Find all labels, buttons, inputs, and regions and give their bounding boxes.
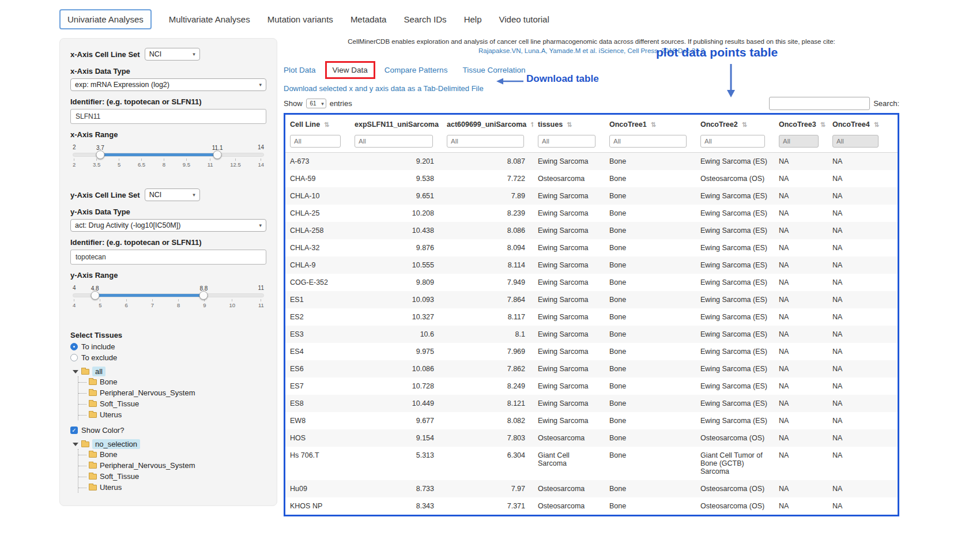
tree-item-peripheral-nervous-system[interactable]: Peripheral_Nervous_System	[78, 387, 266, 398]
plot-data-points-table-wrap: Cell Line⇅expSLFN11_uniSarcoma⇅act609699…	[284, 113, 899, 516]
nav-tab-mutation-variants[interactable]: Mutation variants	[267, 10, 333, 29]
table-cell: Osteosarcoma (OS)	[696, 497, 774, 515]
tree-item-soft-tissue[interactable]: Soft_Tissue	[78, 471, 266, 482]
table-cell: ES2	[285, 308, 350, 326]
column-header-expslfn11-unisarcoma[interactable]: expSLFN11_uniSarcoma⇅	[350, 115, 442, 133]
column-header-oncotree4[interactable]: OncoTree4⇅	[828, 115, 898, 133]
nav-tab-video-tutorial[interactable]: Video tutorial	[499, 10, 549, 29]
tree-item-peripheral-nervous-system[interactable]: Peripheral_Nervous_System	[78, 460, 266, 471]
tab-plot-data[interactable]: Plot Data	[284, 66, 316, 74]
tree-item-bone[interactable]: Bone	[78, 376, 266, 387]
radio-to-include[interactable]: To include	[70, 342, 266, 351]
y-range-slider[interactable]: 4 11 4.8 8.8 4567891011	[73, 293, 264, 308]
nav-tab-metadata[interactable]: Metadata	[350, 10, 387, 29]
table-search-input[interactable]	[769, 97, 870, 110]
table-cell: NA	[774, 274, 828, 291]
tree-item-uterus[interactable]: Uterus	[78, 409, 266, 420]
sort-icon[interactable]: ⇅	[874, 121, 879, 128]
download-tab-delimited-link[interactable]: Download selected x and y axis data as a…	[284, 84, 484, 93]
tree-item-uterus[interactable]: Uterus	[78, 482, 266, 493]
filter-input-expslfn11-unisarcoma[interactable]	[355, 135, 433, 148]
radio-to-exclude[interactable]: To exclude	[70, 353, 266, 362]
slider-handle-high[interactable]	[199, 291, 208, 300]
nav-tab-univariate-analyses[interactable]: Univariate Analyses	[59, 9, 152, 29]
table-row[interactable]: CHLA-329.8768.094Ewing SarcomaBoneEwing …	[285, 239, 898, 256]
slider-track[interactable]: 3.7 11.1	[73, 153, 264, 157]
table-row[interactable]: EW89.6778.082Ewing SarcomaBoneEwing Sarc…	[285, 412, 898, 429]
table-row[interactable]: KHOS NP8.3437.371OsteosarcomaBoneOsteosa…	[285, 497, 898, 515]
table-row[interactable]: ES610.0867.862Ewing SarcomaBoneEwing Sar…	[285, 360, 898, 378]
top-nav: Univariate AnalysesMultivariate Analyses…	[59, 9, 549, 29]
table-row[interactable]: ES49.9757.969Ewing SarcomaBoneEwing Sarc…	[285, 343, 898, 360]
slider-handle-low[interactable]	[91, 291, 99, 300]
folder-icon	[81, 441, 89, 447]
x-data-type-select[interactable]: exp: mRNA Expression (log2) ▾	[70, 78, 266, 91]
tree-root-label[interactable]: all	[92, 367, 105, 376]
nav-tab-search-ids[interactable]: Search IDs	[404, 10, 446, 29]
table-row[interactable]: CHA-599.5387.722OsteosarcomaBoneOsteosar…	[285, 170, 898, 187]
folder-icon	[89, 401, 97, 407]
table-cell: Osteosarcoma	[533, 170, 605, 187]
show-color-checkbox-row[interactable]: ✓ Show Color?	[70, 426, 266, 435]
citation-reference-link[interactable]: Rajapakse.VN, Luna.A, Yamade.M et al. iS…	[284, 46, 899, 55]
column-header-oncotree1[interactable]: OncoTree1⇅	[605, 115, 696, 133]
table-row[interactable]: ES810.4498.121Ewing SarcomaBoneEwing Sar…	[285, 395, 898, 412]
sort-icon[interactable]: ⇅	[651, 121, 656, 128]
checkbox-checked-icon[interactable]: ✓	[70, 427, 78, 434]
tree-root-no-selection[interactable]: no_selection	[73, 439, 266, 449]
slider-handle-high[interactable]	[213, 150, 222, 159]
x-identifier-input[interactable]	[70, 109, 266, 124]
tree-root-all[interactable]: all	[73, 367, 266, 376]
tree-item-soft-tissue[interactable]: Soft_Tissue	[78, 398, 266, 409]
filter-input-oncotree1[interactable]	[609, 135, 687, 148]
tab-compare-patterns[interactable]: Compare Patterns	[385, 66, 448, 74]
table-cell: NA	[828, 205, 898, 222]
table-row[interactable]: ES710.7288.249Ewing SarcomaBoneEwing Sar…	[285, 378, 898, 395]
entries-select[interactable]: 61 ▾	[306, 99, 326, 108]
table-row[interactable]: CHLA-910.5558.114Ewing SarcomaBoneEwing …	[285, 256, 898, 274]
table-row[interactable]: Hu098.7337.97OsteosarcomaBoneOsteosarcom…	[285, 480, 898, 497]
column-header-cell-line[interactable]: Cell Line⇅	[285, 115, 350, 133]
tab-view-data[interactable]: View Data	[325, 61, 375, 79]
sort-icon[interactable]: ⇅	[742, 121, 747, 128]
column-header-act609699-unisarcoma[interactable]: act609699_uniSarcoma⇅	[442, 115, 533, 133]
column-header-oncotree3[interactable]: OncoTree3⇅	[774, 115, 828, 133]
filter-input-oncotree3[interactable]	[779, 135, 819, 148]
x-cell-line-set-select[interactable]: NCI ▾	[145, 48, 200, 61]
table-row[interactable]: CHLA-25810.4388.086Ewing SarcomaBoneEwin…	[285, 222, 898, 239]
slider-handle-low[interactable]	[96, 150, 104, 159]
nav-tab-multivariate-analyses[interactable]: Multivariate Analyses	[169, 10, 250, 29]
sort-icon[interactable]: ⇅	[567, 121, 572, 128]
table-row[interactable]: CHLA-109.6517.89Ewing SarcomaBoneEwing S…	[285, 187, 898, 205]
filter-input-oncotree4[interactable]	[832, 135, 879, 148]
table-row[interactable]: ES310.68.1Ewing SarcomaBoneEwing Sarcoma…	[285, 326, 898, 343]
table-row[interactable]: COG-E-3529.8097.949Ewing SarcomaBoneEwin…	[285, 274, 898, 291]
filter-input-act609699-unisarcoma[interactable]	[447, 135, 524, 148]
filter-input-cell-line[interactable]	[290, 135, 341, 148]
sort-icon[interactable]: ⇅	[530, 121, 533, 128]
column-header-tissues[interactable]: tissues⇅	[533, 115, 605, 133]
y-identifier-input[interactable]	[70, 250, 266, 265]
tree-caret-icon[interactable]	[73, 443, 78, 446]
nav-tab-help[interactable]: Help	[464, 10, 482, 29]
table-row[interactable]: ES110.0937.864Ewing SarcomaBoneEwing Sar…	[285, 291, 898, 308]
sort-icon[interactable]: ⇅	[820, 121, 826, 128]
table-row[interactable]: HOS9.1547.803OsteosarcomaBoneOsteosarcom…	[285, 429, 898, 447]
sort-icon[interactable]: ⇅	[324, 121, 329, 128]
tree-caret-icon[interactable]	[73, 370, 78, 373]
filter-input-tissues[interactable]	[538, 135, 595, 148]
tab-tissue-correlation[interactable]: Tissue Correlation	[462, 66, 525, 74]
table-row[interactable]: A-6739.2018.087Ewing SarcomaBoneEwing Sa…	[285, 153, 898, 171]
filter-input-oncotree2[interactable]	[700, 135, 765, 148]
x-range-max: 14	[258, 144, 264, 150]
slider-track[interactable]: 4.8 8.8	[73, 293, 264, 297]
table-row[interactable]: CHLA-2510.2088.239Ewing SarcomaBoneEwing…	[285, 205, 898, 222]
table-row[interactable]: ES210.3278.117Ewing SarcomaBoneEwing Sar…	[285, 308, 898, 326]
y-cell-line-set-select[interactable]: NCI ▾	[145, 188, 200, 201]
table-row[interactable]: Hs 706.T5.3136.304Giant Cell SarcomaBone…	[285, 447, 898, 480]
x-range-slider[interactable]: 2 14 3.7 11.1 23.556.589.51112.514	[73, 153, 264, 168]
column-header-oncotree2[interactable]: OncoTree2⇅	[696, 115, 774, 133]
y-data-type-select[interactable]: act: Drug Activity (-log10[IC50M]) ▾	[70, 219, 266, 232]
tree-item-bone[interactable]: Bone	[78, 449, 266, 460]
tree-root-label[interactable]: no_selection	[92, 439, 140, 449]
